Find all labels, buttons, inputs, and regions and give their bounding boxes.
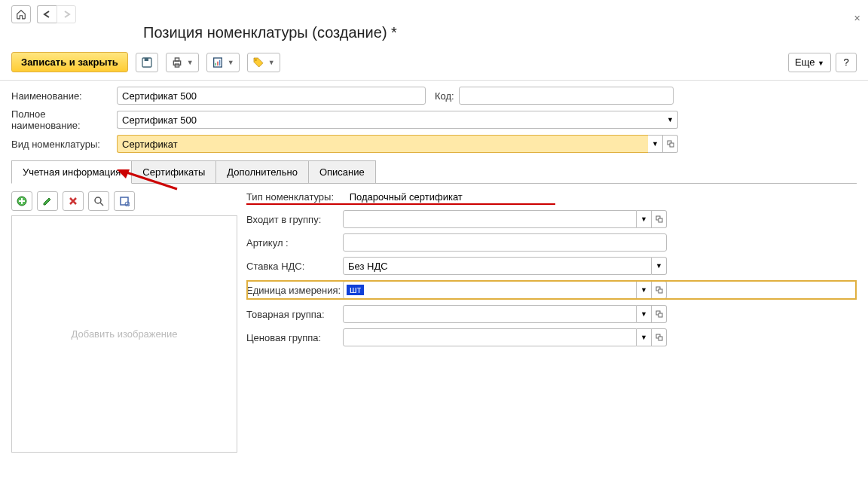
- svg-rect-7: [217, 61, 218, 65]
- kind-dropdown-button[interactable]: ▼: [648, 135, 663, 153]
- svg-point-9: [255, 59, 256, 60]
- tab-certificates[interactable]: Сертификаты: [131, 160, 216, 184]
- back-button[interactable]: [37, 5, 57, 23]
- group-dropdown-button[interactable]: ▼: [637, 210, 652, 228]
- delete-image-button[interactable]: [63, 191, 84, 211]
- name-input[interactable]: [117, 87, 426, 105]
- forward-button[interactable]: [57, 5, 76, 23]
- fullname-input[interactable]: [117, 111, 663, 129]
- image-placeholder: Добавить изображение: [72, 328, 178, 340]
- add-image-button[interactable]: [11, 191, 32, 211]
- group-open-button[interactable]: [652, 210, 667, 228]
- group-label: Входит в группу:: [246, 214, 343, 225]
- svg-rect-3: [175, 58, 179, 61]
- code-label: Код:: [435, 90, 454, 102]
- svg-rect-1: [145, 58, 148, 61]
- tab-accounting[interactable]: Учетная информация: [11, 160, 132, 184]
- unit-open-button[interactable]: [652, 281, 667, 299]
- svg-point-15: [125, 202, 130, 206]
- edit-image-button[interactable]: [37, 191, 58, 211]
- unit-label: Единица измерения:: [246, 285, 343, 296]
- pricegroup-open-button[interactable]: [652, 328, 667, 346]
- zoom-image-button[interactable]: [88, 191, 109, 211]
- svg-point-13: [95, 197, 101, 203]
- image-dropzone[interactable]: Добавить изображение: [11, 215, 237, 453]
- print-button[interactable]: ▼: [166, 53, 199, 72]
- close-icon[interactable]: ✕: [854, 14, 860, 23]
- type-value: Подарочный сертификат: [346, 191, 463, 203]
- article-label: Артикул :: [246, 237, 343, 249]
- unit-value: шт: [347, 285, 364, 295]
- save-button[interactable]: [136, 53, 158, 72]
- code-input[interactable]: [459, 87, 674, 105]
- svg-rect-11: [670, 143, 674, 147]
- name-label: Наименование:: [11, 90, 117, 102]
- svg-rect-8: [219, 59, 220, 65]
- svg-rect-21: [659, 313, 662, 317]
- more-button[interactable]: Еще ▼: [788, 53, 831, 72]
- unit-input[interactable]: шт: [343, 281, 637, 299]
- prodgroup-label: Товарная группа:: [246, 309, 343, 320]
- help-button[interactable]: ?: [836, 53, 857, 72]
- kind-input[interactable]: [117, 135, 648, 153]
- pricegroup-dropdown-button[interactable]: ▼: [637, 328, 652, 346]
- pricegroup-label: Ценовая группа:: [246, 332, 343, 343]
- save-close-button[interactable]: Записать и закрыть: [11, 52, 128, 72]
- prodgroup-input[interactable]: [343, 305, 637, 323]
- svg-rect-23: [659, 337, 662, 340]
- group-input[interactable]: [343, 210, 637, 228]
- vat-dropdown-button[interactable]: ▼: [652, 257, 667, 275]
- svg-rect-19: [659, 289, 662, 293]
- kind-open-button[interactable]: [663, 135, 678, 153]
- svg-rect-6: [215, 63, 215, 65]
- tab-additional[interactable]: Дополнительно: [215, 160, 309, 184]
- page-title: Позиция номенклатуры (создание) *: [0, 23, 868, 47]
- type-label: Тип номенклатуры:: [246, 191, 343, 203]
- article-input[interactable]: [343, 233, 667, 252]
- vat-input[interactable]: [343, 257, 652, 275]
- prodgroup-dropdown-button[interactable]: ▼: [637, 305, 652, 323]
- kind-label: Вид номенклатуры:: [11, 139, 117, 150]
- tab-description[interactable]: Описание: [308, 160, 376, 184]
- svg-rect-14: [121, 197, 128, 205]
- home-button[interactable]: [11, 5, 31, 23]
- fullname-label: Полное наименование:: [11, 108, 117, 131]
- tag-button[interactable]: ▼: [247, 53, 280, 72]
- image-settings-button[interactable]: [114, 191, 135, 211]
- svg-rect-17: [659, 218, 662, 222]
- unit-dropdown-button[interactable]: ▼: [637, 281, 652, 299]
- prodgroup-open-button[interactable]: [652, 305, 667, 323]
- report-button[interactable]: ▼: [206, 53, 240, 72]
- vat-label: Ставка НДС:: [246, 261, 343, 272]
- fullname-dropdown-button[interactable]: ▼: [663, 111, 678, 129]
- pricegroup-input[interactable]: [343, 328, 637, 346]
